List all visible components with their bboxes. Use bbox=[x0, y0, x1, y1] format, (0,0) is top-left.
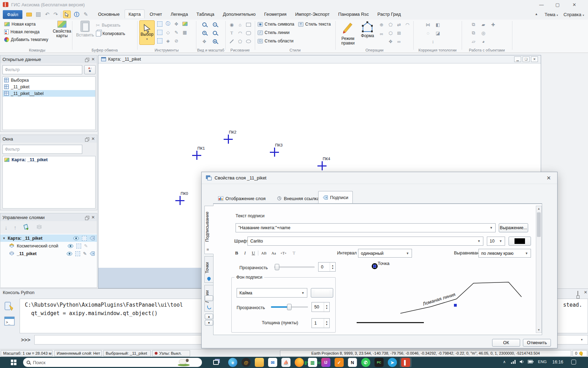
map-close-icon[interactable]: ✕ bbox=[531, 56, 538, 62]
italic-button[interactable]: I bbox=[241, 249, 249, 257]
zoom-actual-icon[interactable]: ● bbox=[211, 38, 218, 45]
draw-roundrect-icon[interactable] bbox=[245, 29, 252, 36]
layer-row-cosmetic[interactable]: Косметический слой ✎ bbox=[0, 242, 97, 250]
bold-button[interactable]: B bbox=[233, 249, 240, 257]
tray-volume-icon[interactable] bbox=[519, 360, 524, 365]
dialog-titlebar[interactable]: Свойства слоя _11_piket ✕ bbox=[202, 172, 557, 184]
console-clear-button[interactable] bbox=[3, 300, 16, 313]
background-type-combo[interactable]: Кайма▼ bbox=[237, 288, 307, 298]
labels-tag-icon[interactable] bbox=[90, 251, 95, 256]
taskbar-app-mail[interactable]: ✉ bbox=[267, 357, 279, 367]
paste-object-icon[interactable]: ⧉ bbox=[470, 29, 477, 36]
zoom-in-icon[interactable]: + bbox=[201, 29, 208, 36]
swap-icon[interactable]: ⇄ bbox=[396, 21, 402, 28]
draw-line-icon[interactable] bbox=[228, 38, 235, 45]
spin-up-icon[interactable]: ▲ bbox=[326, 304, 328, 307]
tray-network-icon[interactable] bbox=[511, 360, 516, 365]
font-color-button[interactable] bbox=[509, 237, 531, 246]
close-button[interactable]: ✕ bbox=[569, 1, 580, 8]
expression-button[interactable]: Выражение... bbox=[499, 223, 528, 232]
caps-button[interactable]: AB bbox=[260, 249, 268, 257]
tab-dopolnitelno[interactable]: Дополнительно bbox=[219, 10, 259, 18]
merge-circles-icon[interactable]: ∞ bbox=[396, 38, 402, 45]
map-minimize-icon[interactable]: ▁ bbox=[514, 56, 521, 62]
close-panel-icon[interactable]: ✕ bbox=[584, 291, 587, 294]
move-layer-down-icon[interactable]: ↓ bbox=[5, 225, 7, 231]
tree-expand-icon[interactable]: ▼ bbox=[0, 237, 8, 240]
taskbar-app-intellij[interactable]: IJ bbox=[320, 357, 332, 367]
bg-opacity-slider[interactable] bbox=[271, 304, 308, 310]
spin-down-icon[interactable]: ▼ bbox=[326, 307, 328, 310]
align-combo[interactable]: по левому краю▼ bbox=[478, 249, 531, 258]
zoom-area-icon[interactable] bbox=[211, 29, 218, 36]
move-layer-up-icon[interactable]: ↑ bbox=[14, 225, 16, 231]
font-size-combo[interactable]: 10▼ bbox=[487, 237, 505, 246]
add-thematic-button[interactable]: Добавить тематику bbox=[4, 37, 48, 42]
float-panel-icon[interactable] bbox=[578, 291, 578, 298]
draw-polyline-icon[interactable]: ⌂ bbox=[237, 21, 244, 28]
label-tool-icon[interactable]: ◇ bbox=[164, 29, 172, 36]
tray-chevron-icon[interactable]: ∧ bbox=[503, 360, 506, 364]
list-item-selected[interactable]: _11_piket__label bbox=[3, 90, 95, 97]
tray-language[interactable]: ENG bbox=[538, 360, 547, 364]
select-area-icon[interactable] bbox=[181, 20, 188, 27]
spin-down-icon[interactable]: ▼ bbox=[326, 323, 328, 326]
buffer-icon[interactable]: ◕ bbox=[480, 38, 487, 45]
draw-point-icon[interactable]: ◉ bbox=[228, 21, 235, 28]
draw-text-icon[interactable]: T bbox=[228, 29, 235, 36]
taskbar-app-yandex[interactable]: ⛵ bbox=[280, 357, 292, 367]
taskbar-app-firefox[interactable] bbox=[293, 357, 305, 367]
raster-select-icon[interactable]: ▦ bbox=[181, 29, 188, 36]
bg-opacity-spinbox[interactable]: 50▲▼ bbox=[312, 302, 330, 312]
snap-nodes-icon[interactable]: ◌ bbox=[425, 29, 432, 36]
status-editable-layer[interactable]: Изменяемый слой: Нет bbox=[54, 350, 102, 356]
labels-tag-icon[interactable] bbox=[90, 236, 95, 240]
scroll-up-icon[interactable]: ▲ bbox=[536, 207, 541, 210]
visibility-eye-icon[interactable] bbox=[68, 244, 74, 248]
theme-menu[interactable]: Тема ▾ bbox=[545, 12, 558, 17]
picket-marker[interactable]: ПК2 bbox=[224, 135, 233, 144]
taskbar-app-whatsapp[interactable]: ✆ bbox=[360, 357, 372, 367]
tab-otchet[interactable]: Отчет bbox=[146, 10, 166, 18]
spread-nodes-icon[interactable]: ↕ bbox=[429, 38, 436, 45]
erase-part-icon[interactable]: ◎ bbox=[480, 29, 487, 36]
layer-settings-icon[interactable] bbox=[36, 224, 42, 231]
scroll-down-icon[interactable]: ▼ bbox=[536, 328, 541, 332]
unlabel-icon[interactable]: ◈ bbox=[164, 37, 172, 44]
list-item[interactable]: Выборка bbox=[3, 77, 95, 83]
map-restore-icon[interactable]: ❏ bbox=[523, 56, 530, 62]
spin-up-icon[interactable]: ▲ bbox=[326, 320, 328, 323]
vertical-text-button[interactable]: T bbox=[290, 249, 298, 257]
symbol-style-button[interactable]: ◉Стиль символа bbox=[258, 22, 294, 27]
ok-button[interactable]: ОК bbox=[492, 339, 520, 347]
draw-rect-icon[interactable] bbox=[245, 21, 252, 28]
tracking-button[interactable]: +T+ bbox=[280, 249, 287, 257]
copy-object-icon[interactable]: ⧉ bbox=[470, 21, 477, 28]
taskbar-app-axioma-active[interactable]: ▌ bbox=[400, 357, 412, 367]
picket-marker[interactable]: ПК0 bbox=[175, 196, 184, 205]
tab-karta[interactable]: Карта bbox=[125, 9, 145, 18]
side-tabs-scroll-up[interactable] bbox=[205, 295, 213, 301]
tab-rastr-grid[interactable]: Растр Грид bbox=[374, 10, 404, 18]
thickness-spinbox[interactable]: 1▲▼ bbox=[312, 318, 330, 328]
add-layer-icon[interactable] bbox=[23, 224, 30, 232]
taskbar-search[interactable]: Поиск bbox=[23, 358, 202, 367]
zoom-window-icon[interactable] bbox=[201, 21, 208, 28]
new-legend-button[interactable]: Новая легенда bbox=[4, 29, 40, 34]
pan-hand-icon[interactable]: ✥ bbox=[201, 38, 208, 45]
new-map-button[interactable]: Новая карта bbox=[4, 22, 36, 27]
tab-panorama-rsc[interactable]: Панорама Rsc bbox=[335, 10, 372, 18]
copy-button[interactable]: Копировать bbox=[96, 31, 125, 36]
map-properties-button[interactable]: Свойства карты bbox=[52, 21, 72, 38]
tray-clock[interactable]: 16:16 bbox=[552, 360, 563, 364]
cut-button[interactable]: ✂Вырезать bbox=[96, 22, 120, 28]
move-icon[interactable]: ✥ bbox=[387, 38, 394, 45]
opacity-slider[interactable] bbox=[274, 264, 315, 270]
side-tabs-scroll-up[interactable]: ▲ bbox=[205, 314, 213, 319]
add-rect-icon[interactable]: ⊞ bbox=[396, 29, 402, 36]
help-menu[interactable]: Справка ▾ bbox=[564, 12, 584, 17]
dialog-tab-external-link[interactable]: Внешняя ссылка bbox=[273, 193, 324, 204]
cancel-button[interactable]: Отменить bbox=[523, 339, 551, 347]
measure-tool-icon[interactable]: ✎ bbox=[82, 11, 90, 18]
layer-selectable-checkbox[interactable] bbox=[75, 251, 80, 256]
